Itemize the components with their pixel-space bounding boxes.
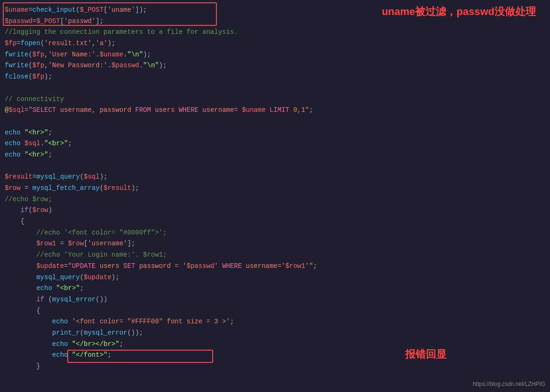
code-line-30: print_r(mysql_error()); (0, 328, 550, 339)
code-line-33: } (0, 361, 550, 372)
code-line-14: echo "<hr>"; (0, 149, 550, 161)
code-line-20: { (0, 216, 550, 227)
code-line-32: echo "</font>"; (0, 350, 550, 361)
code-line-24: $update="UPDATE users SET password = '$p… (0, 261, 550, 272)
code-line-15 (0, 161, 550, 172)
code-line-25: mysql_query($update); (0, 272, 550, 283)
code-line-9: // connectivity (0, 94, 550, 105)
code-line-27: if (mysql_error()) (0, 294, 550, 306)
code-line-13: echo $sql."<br>"; (0, 138, 550, 149)
code-line-3: //logging the connection parameters to a… (0, 27, 550, 38)
code-line-29: echo '<font color= "#FFFF00" font size =… (0, 316, 550, 328)
code-line-18: //echo $row; (0, 194, 550, 205)
code-line-7: fclose($fp); (0, 71, 550, 83)
code-line-12: echo "<hr>"; (0, 127, 550, 139)
code-line-4: $fp=fopen('result.txt','a'); (0, 38, 550, 49)
code-line-22: $row1 = $row['username']; (0, 238, 550, 250)
code-line-11 (0, 116, 550, 127)
code-line-16: $result=mysql_query($sql); (0, 172, 550, 183)
annotation-top: uname被过滤，passwd没做处理 (382, 5, 536, 19)
code-line-19: if($row) (0, 205, 550, 216)
code-line-10: @$sql="SELECT username, password FROM us… (0, 105, 550, 116)
code-line-23: //echo 'Your Login name:'. $row1; (0, 250, 550, 261)
code-line-8 (0, 83, 550, 94)
website-url: https://blog.csdn.net/LZHPIG (473, 381, 545, 387)
code-line-5: fwrite($fp,'User Name:'.$uname."\n"); (0, 49, 550, 61)
code-line-31: echo "</br></br>"; (0, 339, 550, 350)
code-line-6: fwrite($fp,'New Password:'.$passwd."\n")… (0, 60, 550, 71)
code-line-21: //echo '<font color= "#0000ff">'; (0, 227, 550, 239)
code-line-17: $row = mysql_fetch_array($result); (0, 183, 550, 194)
annotation-bottom: 报错回显 (405, 347, 446, 361)
code-container: uname被过滤，passwd没做处理 报错回显 $uname=check_in… (0, 0, 550, 392)
code-line-26: echo "<br>"; (0, 283, 550, 294)
code-line-28: { (0, 306, 550, 317)
